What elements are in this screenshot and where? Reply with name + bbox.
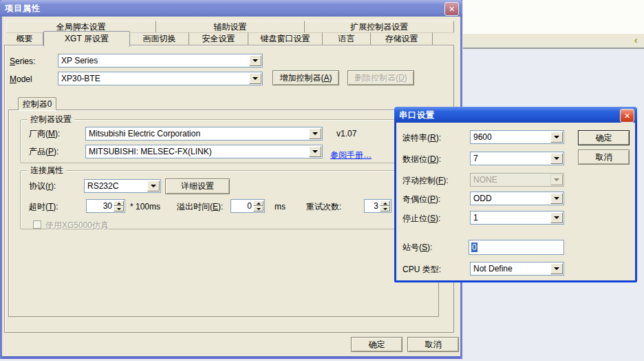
- timeout-spinner[interactable]: 30: [86, 199, 125, 213]
- vendor-combo[interactable]: Mitsubishi Electric Corporation: [85, 127, 323, 141]
- retry-down-button[interactable]: [380, 206, 390, 212]
- controller0-tab[interactable]: 控制器0: [18, 97, 56, 110]
- parity-label: 奇偶位(P):: [402, 194, 440, 204]
- serial-cancel-button[interactable]: 取消: [578, 149, 630, 165]
- cpu-type-dropdown-button[interactable]: [550, 263, 563, 274]
- main-close-icon[interactable]: ✕: [444, 2, 459, 16]
- timeout-down-button[interactable]: [114, 206, 124, 212]
- connection-properties-group: 连接属性 协议(r): RS232C 详细设置 超时(T): 30 * 100m…: [20, 170, 431, 229]
- overflow-down-button[interactable]: [253, 206, 264, 212]
- data-bits-label: 数据位(D):: [402, 154, 441, 164]
- main-dialog-title: 项目属性: [5, 3, 41, 14]
- product-value: MITSUBISHI: MELSEC-FX(LINK): [89, 147, 309, 156]
- product-dropdown-button[interactable]: [309, 146, 321, 157]
- main-ok-button[interactable]: 确定: [351, 337, 402, 352]
- series-combo[interactable]: XP Series: [58, 54, 263, 68]
- serial-dialog-titlebar[interactable]: 串口设置 ✕: [394, 107, 637, 123]
- timeout-unit: * 100ms: [130, 202, 160, 212]
- product-label: 产品(P):: [29, 147, 58, 156]
- baud-rate-label: 波特率(R):: [402, 133, 441, 143]
- vendor-dropdown-button[interactable]: [309, 128, 321, 139]
- tab-extended-controller[interactable]: 扩展控制器设置: [305, 21, 454, 32]
- model-dropdown-button[interactable]: [249, 73, 261, 84]
- retry-up-button[interactable]: [380, 200, 390, 206]
- series-dropdown-button[interactable]: [249, 55, 261, 66]
- model-label: Model: [10, 74, 32, 84]
- model-combo[interactable]: XP30-BTE: [58, 72, 263, 85]
- baud-rate-combo[interactable]: 9600: [470, 130, 564, 144]
- parity-dropdown-button[interactable]: [550, 193, 563, 204]
- dropdown-arrow-icon: [554, 197, 559, 200]
- spin-down-icon: [117, 208, 121, 210]
- overflow-unit: ms: [275, 202, 286, 212]
- tab-auxiliary[interactable]: 辅助设置: [156, 21, 305, 32]
- stop-bits-label: 停止位(S):: [402, 214, 440, 223]
- overflow-time-spinner[interactable]: 0: [230, 199, 265, 213]
- controller0-page: 控制器设置 厂商(M): Mitsubishi Electric Corpora…: [8, 110, 439, 317]
- dropdown-arrow-icon: [554, 178, 559, 181]
- connection-properties-group-title: 连接属性: [28, 165, 66, 175]
- driver-version: v1.07: [336, 129, 356, 138]
- spin-up-icon: [257, 203, 261, 205]
- station-number-input[interactable]: 0: [469, 240, 564, 255]
- overflow-time-value: 0: [247, 201, 252, 211]
- cpu-type-label: CPU 类型:: [402, 265, 441, 274]
- spin-down-icon: [257, 208, 261, 210]
- controller-settings-group-title: 控制器设置: [28, 114, 74, 124]
- tab-xgt-panel-settings[interactable]: XGT 屏设置: [43, 31, 130, 47]
- tab-key-window[interactable]: 键盘窗口设置: [248, 32, 323, 45]
- flow-control-value: NONE: [473, 175, 550, 185]
- retry-count-spinner[interactable]: 3: [364, 199, 391, 213]
- tab-storage[interactable]: 存储设置: [371, 32, 433, 45]
- add-controller-button[interactable]: 增加控制器(A): [272, 70, 339, 85]
- data-bits-value: 7: [473, 154, 550, 163]
- stop-bits-dropdown-button[interactable]: [550, 212, 563, 223]
- parity-combo[interactable]: ODD: [470, 192, 564, 205]
- serial-dialog-title: 串口设置: [399, 110, 435, 121]
- workspace-background-top: [463, 0, 644, 33]
- cpu-type-combo[interactable]: Not Define: [470, 262, 564, 276]
- protocol-label: 协议(r):: [29, 181, 56, 191]
- serial-close-icon[interactable]: ✕: [620, 109, 634, 123]
- refer-manual-link[interactable]: 参阅手册…: [330, 150, 372, 160]
- main-dialog-titlebar[interactable]: 项目属性 ✕: [0, 0, 462, 17]
- delete-controller-button: 删除控制器(D): [347, 70, 414, 85]
- stop-bits-combo[interactable]: 1: [470, 211, 564, 225]
- protocol-combo[interactable]: RS232C: [84, 179, 161, 193]
- tab-language[interactable]: 语言: [323, 32, 371, 45]
- screen: ‹ 项目属性 ✕ 全局脚本设置 辅助设置 扩展控制器设置 概要 XGT 屏设置 …: [0, 0, 644, 361]
- baud-dropdown-button[interactable]: [550, 132, 563, 143]
- serial-ok-button[interactable]: 确定: [578, 130, 630, 145]
- overflow-time-label: 溢出时间(E):: [177, 202, 223, 212]
- protocol-value: RS232C: [87, 181, 147, 191]
- flow-control-combo: NONE: [470, 173, 564, 187]
- series-value: XP Series: [61, 56, 249, 65]
- spin-down-icon: [383, 208, 387, 210]
- data-bits-combo[interactable]: 7: [470, 152, 564, 165]
- detail-settings-button[interactable]: 详细设置: [165, 178, 230, 194]
- dropdown-arrow-icon: [151, 185, 156, 187]
- data-bits-dropdown-button[interactable]: [550, 153, 563, 164]
- main-cancel-button[interactable]: 取消: [407, 337, 459, 352]
- station-number-value: 0: [471, 243, 477, 252]
- dropdown-arrow-icon: [554, 267, 559, 270]
- station-number-label: 站号(S):: [402, 243, 432, 252]
- dropdown-arrow-icon: [253, 77, 258, 80]
- cpu-type-value: Not Define: [473, 264, 550, 274]
- xg5000-simulation-label: 使用XG5000仿真: [45, 220, 109, 230]
- toolbar-overflow-chevron-icon[interactable]: ‹: [634, 34, 638, 46]
- tab-summary[interactable]: 概要: [6, 32, 43, 45]
- protocol-dropdown-button[interactable]: [147, 180, 160, 192]
- vendor-value: Mitsubishi Electric Corporation: [89, 129, 309, 138]
- vendor-label: 厂商(M):: [29, 129, 60, 138]
- xg5000-simulation-checkbox: [33, 220, 41, 229]
- tab-security[interactable]: 安全设置: [189, 32, 248, 45]
- product-combo[interactable]: MITSUBISHI: MELSEC-FX(LINK): [85, 145, 323, 158]
- tab-screen-switch[interactable]: 画面切换: [130, 32, 189, 45]
- stop-bits-value: 1: [473, 213, 550, 223]
- spin-up-icon: [383, 203, 387, 205]
- serial-port-settings-dialog: 串口设置 ✕ 波特率(R): 9600 数据位(D): 7 浮动控制(F): N…: [394, 107, 637, 282]
- baud-rate-value: 9600: [473, 132, 550, 142]
- overflow-up-button[interactable]: [253, 200, 264, 206]
- timeout-up-button[interactable]: [114, 200, 124, 206]
